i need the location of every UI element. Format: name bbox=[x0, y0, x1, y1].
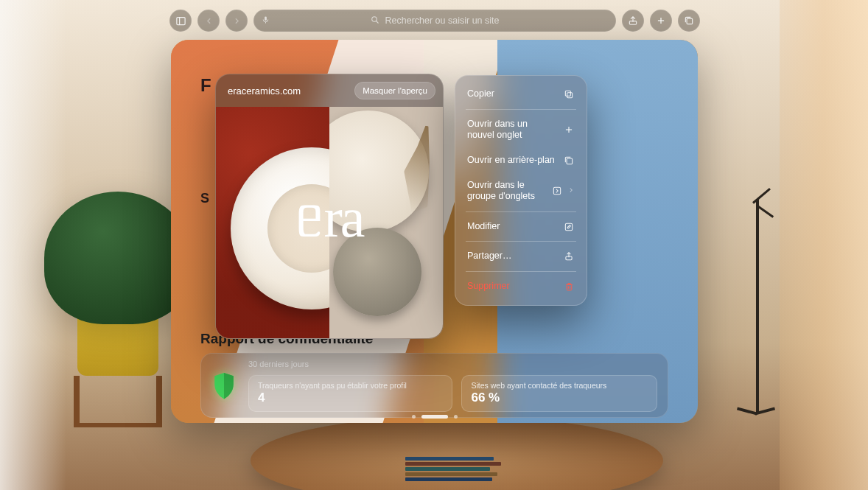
menu-separator bbox=[466, 271, 576, 272]
menu-delete[interactable]: Supprimer bbox=[460, 274, 582, 299]
edit-icon bbox=[563, 222, 575, 232]
preview-domain-label: eraceramics.com bbox=[228, 85, 301, 97]
address-search-bar[interactable]: Rechercher ou saisir un site bbox=[253, 10, 616, 32]
share-icon bbox=[563, 251, 575, 262]
menu-open-tab-group[interactable]: Ouvrir dans le groupe d'onglets bbox=[460, 173, 582, 209]
forward-button[interactable] bbox=[225, 10, 248, 32]
svg-rect-14 bbox=[567, 158, 573, 164]
page-dot-3[interactable] bbox=[454, 415, 458, 419]
svg-line-5 bbox=[376, 21, 378, 23]
chevron-right-icon bbox=[567, 186, 575, 197]
page-dot-current[interactable] bbox=[421, 415, 448, 419]
new-tab-button[interactable] bbox=[650, 10, 672, 32]
menu-share[interactable]: Partager… bbox=[460, 244, 582, 269]
hide-preview-button[interactable]: Masquer l'aperçu bbox=[354, 82, 435, 99]
menu-delete-label: Supprimer bbox=[467, 281, 556, 293]
search-placeholder: Rechercher ou saisir un site bbox=[385, 15, 500, 26]
sites-contacted-metric[interactable]: Sites web ayant contacté des traqueurs 6… bbox=[461, 375, 657, 412]
menu-open-background-label: Ouvrir en arrière-plan bbox=[467, 155, 556, 167]
menu-edit[interactable]: Modifier bbox=[460, 214, 582, 239]
link-context-menu: Copier Ouvrir dans un nouvel onglet Ouvr… bbox=[455, 75, 587, 306]
menu-edit-label: Modifier bbox=[467, 221, 556, 233]
menu-separator bbox=[466, 109, 576, 110]
svg-rect-16 bbox=[565, 223, 572, 230]
svg-rect-15 bbox=[553, 187, 560, 194]
sidebar-toggle-button[interactable] bbox=[169, 10, 192, 32]
privacy-shield-icon bbox=[211, 371, 237, 400]
back-button[interactable] bbox=[197, 10, 220, 32]
copy-icon bbox=[563, 89, 575, 99]
menu-open-tab-group-label: Ouvrir dans le groupe d'onglets bbox=[467, 180, 544, 203]
svg-rect-2 bbox=[265, 16, 267, 21]
room-coatrack bbox=[743, 199, 772, 413]
plus-icon bbox=[563, 125, 575, 135]
trackers-blocked-value: 4 bbox=[258, 391, 443, 405]
page-indicator[interactable] bbox=[412, 415, 458, 419]
tabs-overview-button[interactable] bbox=[678, 10, 700, 32]
trash-icon bbox=[563, 281, 575, 292]
menu-open-background[interactable]: Ouvrir en arrière-plan bbox=[460, 148, 582, 173]
menu-separator bbox=[466, 241, 576, 242]
sites-contacted-label: Sites web ayant contacté des traqueurs bbox=[471, 381, 648, 390]
preview-thumbnail[interactable]: ᥱra bbox=[216, 107, 443, 338]
room-curtain bbox=[780, 0, 868, 490]
start-page-heading: F bbox=[200, 75, 211, 96]
privacy-period-label: 30 derniers jours bbox=[248, 360, 657, 368]
preview-site-logo: ᥱra bbox=[295, 186, 363, 251]
svg-rect-0 bbox=[176, 17, 184, 24]
svg-rect-10 bbox=[567, 92, 573, 97]
svg-rect-9 bbox=[687, 18, 693, 24]
svg-rect-18 bbox=[567, 284, 572, 290]
menu-copy[interactable]: Copier bbox=[460, 82, 582, 107]
menu-share-label: Partager… bbox=[467, 251, 556, 262]
share-button[interactable] bbox=[622, 10, 644, 32]
trackers-blocked-label: Traqueurs n'ayant pas pu établir votre p… bbox=[258, 381, 443, 390]
browser-toolbar: Rechercher ou saisir un site bbox=[169, 9, 700, 32]
sites-contacted-value: 66 % bbox=[471, 391, 648, 405]
svg-point-4 bbox=[371, 16, 377, 21]
search-icon bbox=[371, 15, 379, 27]
menu-separator bbox=[466, 211, 576, 212]
microphone-icon[interactable] bbox=[262, 15, 270, 27]
page-dot-1[interactable] bbox=[412, 415, 416, 419]
menu-copy-label: Copier bbox=[467, 88, 556, 100]
menu-open-new-tab[interactable]: Ouvrir dans un nouvel onglet bbox=[460, 112, 582, 148]
tabs-icon bbox=[563, 155, 575, 166]
link-preview-popover: eraceramics.com Masquer l'aperçu ᥱra bbox=[215, 74, 444, 339]
svg-rect-11 bbox=[565, 91, 570, 96]
start-page-subheading: S bbox=[200, 191, 209, 206]
open-external-icon bbox=[551, 186, 563, 196]
menu-open-new-tab-label: Ouvrir dans un nouvel onglet bbox=[467, 119, 556, 141]
privacy-report-card[interactable]: 30 derniers jours Traqueurs n'ayant pas … bbox=[200, 353, 668, 418]
room-books bbox=[405, 457, 508, 486]
trackers-blocked-metric[interactable]: Traqueurs n'ayant pas pu établir votre p… bbox=[248, 375, 452, 412]
